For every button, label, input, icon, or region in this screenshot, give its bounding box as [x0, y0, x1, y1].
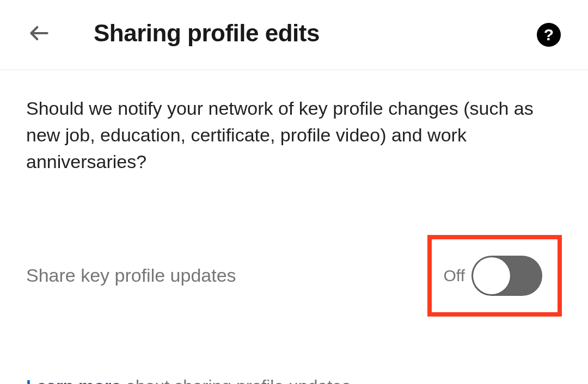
- setting-row: Share key profile updates Off: [26, 235, 562, 317]
- learn-more-link[interactable]: Learn more: [26, 376, 121, 384]
- toggle-state-text: Off: [444, 267, 465, 285]
- help-button[interactable]: ?: [537, 23, 561, 47]
- back-button[interactable]: [26, 20, 52, 46]
- learn-more-text: about sharing profile updates.: [121, 376, 356, 384]
- toggle-switch[interactable]: [471, 256, 542, 296]
- content-area: Should we notify your network of key pro…: [0, 70, 588, 384]
- page-title: Sharing profile edits: [94, 20, 320, 47]
- header-bar: Sharing profile edits ?: [0, 0, 588, 70]
- toggle-highlight-box: Off: [427, 235, 562, 317]
- toggle-knob: [473, 257, 510, 294]
- setting-description: Should we notify your network of key pro…: [26, 95, 562, 175]
- question-mark-icon: ?: [544, 26, 554, 44]
- setting-label: Share key profile updates: [26, 265, 236, 286]
- arrow-left-icon: [27, 21, 51, 45]
- learn-more-row: Learn more about sharing profile updates…: [26, 376, 562, 384]
